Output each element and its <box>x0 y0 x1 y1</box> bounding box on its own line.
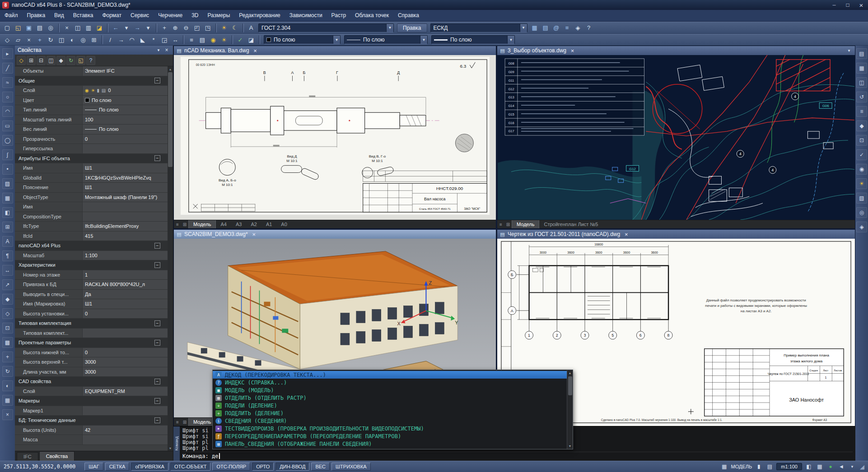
panel-close-icon[interactable] <box>163 46 170 54</box>
open-file-icon[interactable]: ◱ <box>13 23 23 33</box>
command-input[interactable]: Команда: де <box>182 452 853 460</box>
property-row[interactable]: Высота установки... 0 <box>15 309 168 319</box>
status-toggle[interactable]: ОТС-ПОЛЯР <box>212 463 250 471</box>
property-row[interactable]: ObjectType Монтажный шкаф (Панели 19") <box>15 193 168 203</box>
collapse-section-icon[interactable] <box>154 262 160 268</box>
new-file-icon[interactable]: ▢ <box>2 23 12 33</box>
point-icon[interactable]: • <box>2 164 13 175</box>
property-row[interactable]: Имя <box>15 202 168 212</box>
lineweight-combo[interactable]: По слою <box>431 35 515 44</box>
close-button[interactable] <box>854 0 868 10</box>
command-panel-tab[interactable]: Команд <box>173 426 180 461</box>
lighting-panel-icon[interactable]: ☀ <box>856 178 867 189</box>
linetype-combo[interactable]: По слою <box>344 35 428 44</box>
collapse-section-icon[interactable] <box>154 340 160 346</box>
layout-tab[interactable]: Модель <box>512 220 539 228</box>
collapse-section-icon[interactable] <box>154 155 160 161</box>
quick-select-icon[interactable]: ◇ <box>17 56 26 65</box>
property-row[interactable]: Прозрачность 0 <box>15 134 168 144</box>
layout-tab[interactable]: Стройгенплан Лист №5 <box>539 220 602 228</box>
autocomplete-item[interactable]: ПОДЕЛИ (ДЕЛЕНИЕ) <box>213 402 567 409</box>
make-current-icon[interactable]: ✓ <box>235 35 245 45</box>
properties-tab[interactable]: IFC <box>17 452 38 461</box>
render-panel-icon[interactable]: ◉ <box>856 164 867 175</box>
markup-panel-icon[interactable]: ✓ <box>856 149 867 160</box>
menu-item[interactable]: Вид <box>50 10 69 21</box>
menu-item[interactable]: Файл <box>0 10 23 21</box>
options-chevron-icon[interactable]: ▼ <box>848 463 856 471</box>
scale-icon[interactable]: ◲ <box>159 35 169 45</box>
color-combo[interactable]: По слою <box>264 35 341 44</box>
menu-item[interactable]: Облака точек <box>350 10 393 21</box>
property-row[interactable]: Слой EQUIPMENT_RM <box>15 387 168 397</box>
collapse-section-icon[interactable] <box>154 398 160 404</box>
layout-list-icon[interactable] <box>174 420 181 425</box>
tray-icon[interactable]: ▤ <box>765 463 774 471</box>
minimize-button[interactable] <box>827 0 841 10</box>
layers-icon[interactable]: ≡ <box>187 35 196 45</box>
xref-icon[interactable]: ⊡ <box>2 323 13 333</box>
property-row[interactable]: Высота нижней то... 0 <box>15 348 168 358</box>
save-icon[interactable]: ▣ <box>24 23 34 33</box>
menu-item[interactable]: Формат <box>98 10 126 21</box>
layers-panel-icon[interactable]: ≡ <box>856 106 867 117</box>
collapse-section-icon[interactable] <box>154 379 160 384</box>
scroll-up-icon[interactable] <box>168 66 173 72</box>
scroll-down-icon[interactable] <box>168 445 173 451</box>
copy-props-icon[interactable]: ◫ <box>47 56 56 65</box>
extend-icon[interactable]: → <box>116 35 126 45</box>
model-space-label[interactable]: МОДЕЛЬ <box>731 464 752 469</box>
autocomplete-item[interactable]: СВЕДЕНИЯ (СВЕДЕНИЯ) <box>213 417 567 425</box>
insert-block-icon[interactable]: ◇ <box>2 308 13 319</box>
property-row[interactable]: Высота (Units) 42 <box>15 426 168 435</box>
select-all-icon[interactable]: ⊞ <box>27 56 36 65</box>
layout-tab[interactable]: А0 <box>276 220 291 228</box>
rotate-tool-icon[interactable]: ↻ <box>2 366 13 377</box>
layout-list-icon[interactable] <box>497 222 504 227</box>
property-row[interactable]: Выводить в специ... Да <box>15 290 168 300</box>
grid-display-icon[interactable]: ▦ <box>816 463 824 471</box>
move-icon[interactable]: + <box>35 35 45 45</box>
block-icon[interactable]: ◆ <box>2 294 13 305</box>
plot-icon[interactable]: ▤ <box>35 23 45 33</box>
settings-icon[interactable]: ◈ <box>573 23 583 33</box>
tool-palettes-icon[interactable]: ◫ <box>856 77 867 88</box>
window-gost-titlebar[interactable]: Чертеж из ГОСТ 21.501-2011 (nanoCAD).dwg <box>497 230 855 239</box>
property-row[interactable]: Типовая комплект... <box>15 329 168 338</box>
stretch-icon[interactable]: ↔ <box>170 35 180 45</box>
property-row[interactable]: Цвет По слою <box>15 96 168 106</box>
blocks-panel-icon[interactable]: ◆ <box>856 120 867 131</box>
property-row[interactable]: CAD свойства <box>15 377 168 387</box>
property-row[interactable]: Гиперссылка <box>15 144 168 154</box>
menu-item[interactable]: Справка <box>393 10 424 21</box>
menu-item[interactable]: Черчение <box>154 10 187 21</box>
notes-icon[interactable]: ▤ <box>541 23 551 33</box>
property-row[interactable]: GlobalId 1KC$rHGQzSvxBWeHPIeZvq <box>15 173 168 183</box>
properties-panel-icon[interactable]: ▤ <box>856 48 867 59</box>
dimension-icon[interactable]: ↔ <box>2 265 13 276</box>
cut-icon[interactable]: × <box>62 23 72 33</box>
zoom-in-icon[interactable]: ⊕ <box>170 23 180 33</box>
erase-icon[interactable]: × <box>24 35 34 45</box>
property-row[interactable]: Привязка к БД RACKLAN 800*800*42U_л <box>15 280 168 290</box>
properties-scrollbar[interactable] <box>168 66 173 451</box>
zoom-extents-icon[interactable]: ◳ <box>203 23 213 33</box>
array-icon[interactable]: ⊞ <box>89 35 99 45</box>
property-row[interactable]: Тип линий По слою <box>15 105 168 115</box>
status-toggle[interactable]: СЕТКА <box>105 463 130 471</box>
chamfer-icon[interactable]: ◣ <box>138 35 148 45</box>
menu-item[interactable]: Сервис <box>126 10 154 21</box>
chevron-down-icon[interactable] <box>386 24 393 32</box>
history-panel-icon[interactable]: ↺ <box>856 92 867 102</box>
move-tool-icon[interactable]: + <box>2 352 13 362</box>
print-preview-icon[interactable]: ◎ <box>46 23 56 33</box>
property-row[interactable]: Маркеры <box>15 396 168 406</box>
erase-tool-icon[interactable]: × <box>2 409 13 420</box>
panel-collapse-icon[interactable] <box>155 46 162 54</box>
autocomplete-item[interactable]: ОТДЕЛИТЬ (ОТДЕЛИТЬ РАСТР) <box>213 394 567 402</box>
undo-list-icon[interactable]: ▾ <box>121 23 131 33</box>
layout-tab[interactable]: А2 <box>246 220 261 228</box>
property-row[interactable]: Атрибуты IFC объекта <box>15 154 168 164</box>
arc-icon[interactable]: ◠ <box>2 106 13 117</box>
pan-icon[interactable]: + <box>159 23 169 33</box>
